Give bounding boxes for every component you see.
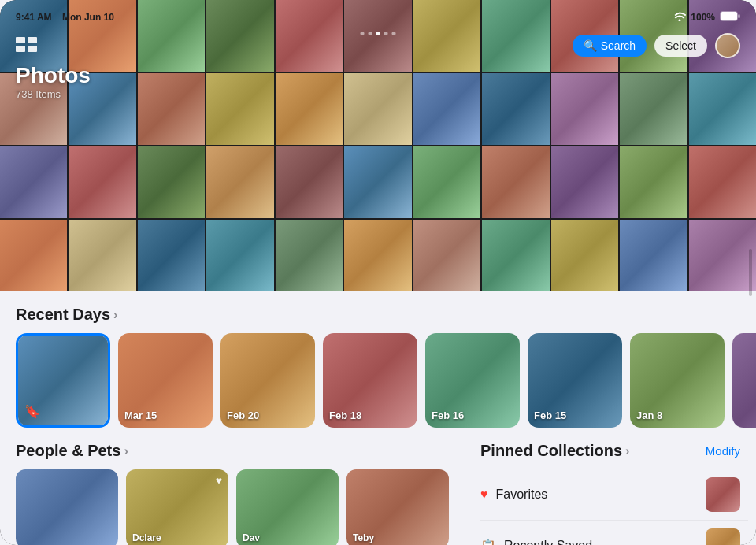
photo-cell[interactable] bbox=[344, 73, 411, 145]
photo-cell[interactable] bbox=[482, 73, 549, 145]
people-pets-section: People & Pets › ♥ Dclare Dav bbox=[0, 428, 465, 545]
day-card-7[interactable] bbox=[732, 333, 756, 428]
photo-cell[interactable] bbox=[482, 220, 549, 291]
day-card-6[interactable]: Jan 8 bbox=[630, 333, 724, 428]
search-button[interactable]: 🔍 Search bbox=[573, 35, 647, 57]
day-card-label-4: Feb 16 bbox=[432, 410, 464, 421]
pinned-collections-title[interactable]: Pinned Collections › bbox=[480, 442, 629, 460]
photo-cell[interactable] bbox=[0, 146, 67, 218]
device-frame: 9:41 AM Mon Jun 10 100% bbox=[0, 0, 756, 545]
photo-cell[interactable] bbox=[689, 146, 756, 218]
collection-list: ♥ Favorites 📋 Recently Saved bbox=[465, 469, 756, 545]
people-pets-chevron-icon: › bbox=[124, 444, 128, 458]
photo-cell[interactable] bbox=[344, 146, 411, 218]
day-card-1[interactable]: Mar 15 bbox=[118, 333, 213, 428]
person-card-1[interactable]: ♥ Dclare bbox=[126, 469, 228, 545]
recent-days-title[interactable]: Recent Days › bbox=[16, 306, 117, 324]
status-bar: 9:41 AM Mon Jun 10 100% bbox=[0, 0, 756, 28]
photo-cell[interactable] bbox=[138, 73, 205, 145]
date-display: Mon Jun 10 bbox=[62, 12, 114, 23]
people-pets-scroll[interactable]: ♥ Dclare Dav Teby bbox=[0, 469, 465, 545]
page-dot-5 bbox=[392, 32, 396, 35]
photo-cell[interactable] bbox=[620, 73, 687, 145]
status-time: 9:41 AM Mon Jun 10 bbox=[16, 12, 114, 23]
photo-cell[interactable] bbox=[206, 146, 273, 218]
recent-days-chevron-icon: › bbox=[113, 308, 117, 322]
day-card-2[interactable]: Feb 20 bbox=[220, 333, 315, 428]
photo-cell[interactable] bbox=[413, 220, 480, 291]
photos-count: 738 Items bbox=[16, 88, 91, 100]
recent-days-header: Recent Days › bbox=[0, 291, 756, 333]
bottom-sections: People & Pets › ♥ Dclare Dav bbox=[0, 428, 756, 545]
people-pets-header: People & Pets › bbox=[0, 428, 465, 469]
photo-cell[interactable] bbox=[551, 220, 618, 291]
photo-cell[interactable] bbox=[206, 73, 273, 145]
select-label: Select bbox=[665, 39, 696, 52]
person-card-0[interactable] bbox=[16, 469, 118, 545]
bookmark-icon: 🔖 bbox=[24, 404, 40, 419]
photo-cell[interactable] bbox=[689, 73, 756, 145]
people-pets-title[interactable]: People & Pets › bbox=[16, 442, 128, 460]
photo-cell[interactable] bbox=[551, 146, 618, 218]
day-card-0[interactable]: 🔖 bbox=[16, 333, 110, 428]
photo-cell[interactable] bbox=[69, 146, 135, 218]
favorites-label: Favorites bbox=[496, 488, 548, 502]
day-card-label-6: Jan 8 bbox=[636, 410, 662, 421]
page-dot-3 bbox=[376, 32, 380, 35]
photo-cell[interactable] bbox=[276, 146, 343, 218]
search-icon: 🔍 bbox=[584, 39, 597, 52]
day-card-5[interactable]: Feb 15 bbox=[528, 333, 622, 428]
photo-cell[interactable] bbox=[689, 220, 756, 291]
scroll-handle[interactable] bbox=[749, 249, 752, 296]
person-card-3[interactable]: Teby bbox=[346, 469, 449, 545]
photo-cell[interactable] bbox=[276, 220, 343, 291]
photo-cell[interactable] bbox=[0, 220, 67, 291]
pinned-chevron-icon: › bbox=[625, 444, 629, 458]
select-button[interactable]: Select bbox=[654, 35, 707, 57]
favorites-thumbnail bbox=[706, 477, 740, 512]
day-card-label-1: Mar 15 bbox=[124, 410, 157, 421]
photo-cell[interactable] bbox=[344, 220, 411, 291]
page-dot-1 bbox=[361, 32, 365, 35]
people-pets-label: People & Pets bbox=[16, 442, 120, 460]
photo-cell[interactable] bbox=[276, 73, 343, 145]
collection-left: ♥ Favorites bbox=[480, 488, 547, 502]
photo-cell[interactable] bbox=[138, 220, 205, 291]
svg-rect-1 bbox=[721, 12, 737, 20]
page-dot-4 bbox=[384, 32, 388, 35]
photo-cell[interactable] bbox=[69, 220, 135, 291]
photo-cell[interactable] bbox=[551, 73, 618, 145]
person-card-2[interactable]: Dav bbox=[236, 469, 339, 545]
search-label: Search bbox=[601, 39, 636, 52]
photo-cell[interactable] bbox=[620, 146, 687, 218]
time-display: 9:41 AM bbox=[16, 12, 52, 23]
day-card-3[interactable]: Feb 18 bbox=[323, 333, 417, 428]
pinned-collections-section: Pinned Collections › Modify ♥ Favorites bbox=[465, 428, 756, 545]
page-dot-2 bbox=[369, 32, 372, 35]
collection-item-favorites[interactable]: ♥ Favorites bbox=[480, 469, 748, 521]
recent-days-scroll[interactable]: 🔖 Mar 15 Feb 20 Feb 18 Feb 16 bbox=[0, 333, 756, 428]
battery-display: 100% bbox=[691, 12, 715, 23]
person-name-1: Dclare bbox=[132, 532, 161, 543]
photo-cell[interactable] bbox=[413, 73, 480, 145]
recently-saved-thumbnail bbox=[706, 528, 740, 545]
nav-right: 🔍 Search Select bbox=[573, 33, 740, 58]
photo-cell[interactable] bbox=[206, 220, 273, 291]
page-title: Photos bbox=[16, 63, 91, 88]
collection-item-recently-saved[interactable]: 📋 Recently Saved bbox=[480, 521, 748, 545]
modify-button[interactable]: Modify bbox=[706, 444, 740, 458]
day-card-label-2: Feb 20 bbox=[227, 410, 259, 421]
photo-cell[interactable] bbox=[620, 220, 687, 291]
photo-cell[interactable] bbox=[413, 146, 480, 218]
person-name-2: Dav bbox=[243, 532, 260, 543]
grid-toggle-button[interactable] bbox=[16, 37, 38, 54]
user-avatar[interactable] bbox=[715, 33, 740, 58]
day-card-4[interactable]: Feb 16 bbox=[425, 333, 520, 428]
photos-title-area: Photos 738 Items bbox=[16, 63, 91, 100]
person-name-3: Teby bbox=[353, 532, 374, 543]
wifi-icon bbox=[673, 12, 686, 24]
photo-cell[interactable] bbox=[138, 146, 205, 218]
photo-cell[interactable] bbox=[482, 146, 549, 218]
heart-icon: ♥ bbox=[216, 474, 222, 487]
svg-rect-2 bbox=[738, 14, 740, 18]
